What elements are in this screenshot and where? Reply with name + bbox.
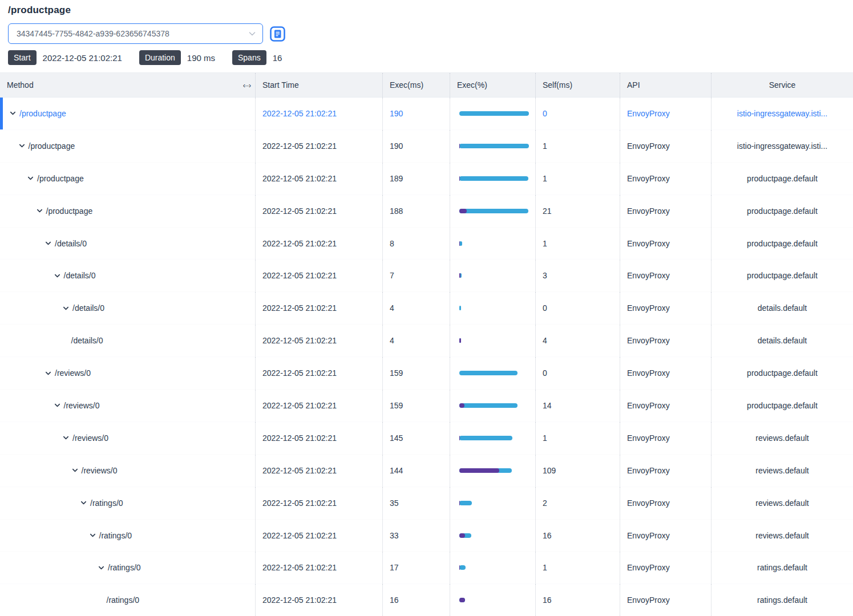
api-cell: EnvoyProxy — [620, 98, 711, 129]
api-cell: EnvoyProxy — [620, 130, 711, 162]
self-duration-bar — [459, 468, 499, 473]
duration-group: Duration 190 ms — [139, 50, 215, 65]
method-cell: /reviews/0 — [0, 390, 255, 422]
exec-duration-bar — [459, 273, 462, 278]
table-row[interactable]: /ratings/02022-12-05 21:02:213316EnvoyPr… — [0, 520, 853, 552]
table-row[interactable]: /ratings/02022-12-05 21:02:21171EnvoyPro… — [0, 552, 853, 584]
table-row[interactable]: /reviews/02022-12-05 21:02:211451EnvoyPr… — [0, 422, 853, 455]
exec-duration-bar — [459, 241, 462, 246]
self-duration-bar — [459, 338, 461, 343]
table-row[interactable]: /ratings/02022-12-05 21:02:211616EnvoyPr… — [0, 584, 853, 616]
self-ms-cell: 109 — [535, 455, 620, 487]
table-row[interactable]: /reviews/02022-12-05 21:02:2115914EnvoyP… — [0, 390, 853, 422]
api-cell: EnvoyProxy — [620, 455, 711, 487]
table-row[interactable]: /reviews/02022-12-05 21:02:211590EnvoyPr… — [0, 357, 853, 390]
service-cell: istio-ingressgateway.isti... — [711, 130, 853, 162]
chevron-down-icon[interactable] — [80, 499, 87, 506]
table-row[interactable]: /details/02022-12-05 21:02:2181EnvoyProx… — [0, 228, 853, 260]
start-time-cell: 2022-12-05 21:02:21 — [255, 552, 382, 583]
method-cell: /details/0 — [0, 260, 255, 291]
table-row[interactable]: /productpage2022-12-05 21:02:2118821Envo… — [0, 195, 853, 228]
api-cell: EnvoyProxy — [620, 292, 711, 324]
chevron-down-icon[interactable] — [62, 434, 70, 441]
exec-duration-bar — [459, 468, 512, 473]
self-duration-bar — [459, 273, 460, 278]
table-row[interactable]: /details/02022-12-05 21:02:2173EnvoyProx… — [0, 260, 853, 292]
chevron-down-icon[interactable] — [54, 402, 61, 409]
page-title: /productpage — [8, 5, 845, 16]
chevron-down-icon[interactable] — [27, 175, 34, 182]
table-row[interactable]: /ratings/02022-12-05 21:02:21352EnvoyPro… — [0, 487, 853, 520]
method-label: /productpage — [29, 141, 75, 151]
exec-percent-cell — [450, 98, 535, 129]
exec-duration-bar — [459, 111, 529, 116]
exec-ms-cell: 159 — [382, 390, 450, 422]
method-cell: /productpage — [0, 130, 255, 162]
exec-duration-bar — [459, 371, 518, 375]
method-cell: /ratings/0 — [0, 520, 255, 552]
chevron-down-icon — [248, 29, 257, 38]
method-label: /reviews/0 — [64, 401, 100, 410]
column-resize-icon[interactable]: ‹··› — [243, 81, 250, 90]
chevron-down-icon[interactable] — [89, 532, 96, 539]
exec-percent-cell — [450, 584, 535, 616]
method-cell: /productpage — [0, 195, 255, 227]
spans-value: 16 — [273, 53, 282, 63]
exec-ms-cell: 7 — [382, 260, 450, 291]
self-ms-cell: 0 — [535, 98, 620, 129]
method-label: /details/0 — [55, 239, 87, 248]
method-label: /details/0 — [72, 303, 104, 313]
exec-percent-cell — [450, 163, 535, 194]
chevron-down-icon[interactable] — [71, 467, 79, 474]
method-label: /ratings/0 — [90, 499, 123, 508]
exec-ms-cell: 16 — [382, 584, 450, 616]
start-time-cell: 2022-12-05 21:02:21 — [255, 195, 382, 227]
chevron-down-icon[interactable] — [9, 110, 17, 117]
start-time-cell: 2022-12-05 21:02:21 — [255, 130, 382, 162]
table-row[interactable]: /productpage2022-12-05 21:02:211891Envoy… — [0, 163, 853, 195]
self-ms-cell: 1 — [535, 228, 620, 260]
self-ms-cell: 3 — [535, 260, 620, 291]
start-time-cell: 2022-12-05 21:02:21 — [255, 455, 382, 487]
api-cell: EnvoyProxy — [620, 325, 711, 356]
self-ms-cell: 21 — [535, 195, 620, 227]
chevron-down-icon[interactable] — [36, 207, 43, 214]
method-label: /reviews/0 — [55, 368, 91, 378]
service-cell: productpage.default — [711, 260, 853, 291]
table-row[interactable]: /details/02022-12-05 21:02:2140EnvoyProx… — [0, 292, 853, 325]
table-row[interactable]: /reviews/02022-12-05 21:02:21144109Envoy… — [0, 455, 853, 487]
exec-percent-cell — [450, 390, 535, 422]
api-cell: EnvoyProxy — [620, 584, 711, 616]
method-cell: /ratings/0 — [0, 584, 255, 616]
exec-percent-cell — [450, 195, 535, 227]
copy-trace-id-button[interactable] — [270, 26, 285, 42]
exec-ms-cell: 17 — [382, 552, 450, 583]
method-label: /productpage — [19, 109, 66, 118]
table-row[interactable]: /productpage2022-12-05 21:02:211901Envoy… — [0, 130, 853, 163]
chevron-down-icon[interactable] — [18, 142, 26, 149]
method-label: /reviews/0 — [72, 433, 108, 443]
column-header-api: API — [620, 73, 711, 97]
method-label: /productpage — [37, 174, 84, 183]
method-label: /reviews/0 — [82, 466, 118, 475]
self-ms-cell: 1 — [535, 422, 620, 454]
chevron-down-icon[interactable] — [45, 240, 52, 247]
service-cell: details.default — [711, 325, 853, 356]
chevron-down-icon[interactable] — [54, 272, 61, 279]
self-duration-bar — [459, 533, 465, 538]
trace-summary: Start 2022-12-05 21:02:21 Duration 190 m… — [8, 50, 845, 65]
start-time-cell: 2022-12-05 21:02:21 — [255, 584, 382, 616]
chevron-down-icon[interactable] — [62, 305, 70, 312]
chevron-down-icon[interactable] — [45, 370, 52, 377]
start-time-cell: 2022-12-05 21:02:21 — [255, 520, 382, 552]
trace-id-select[interactable]: 34347445-7755-4842-a939-623656745378 — [8, 23, 263, 44]
method-label: /ratings/0 — [99, 531, 132, 540]
service-cell: productpage.default — [711, 228, 853, 260]
table-row[interactable]: /productpage2022-12-05 21:02:211900Envoy… — [0, 98, 853, 130]
self-duration-bar — [459, 565, 460, 570]
table-row[interactable]: /details/02022-12-05 21:02:2144EnvoyProx… — [0, 325, 853, 357]
chevron-down-icon[interactable] — [98, 564, 105, 572]
self-ms-cell: 0 — [535, 357, 620, 389]
exec-percent-cell — [450, 260, 535, 291]
exec-ms-cell: 4 — [382, 325, 450, 356]
